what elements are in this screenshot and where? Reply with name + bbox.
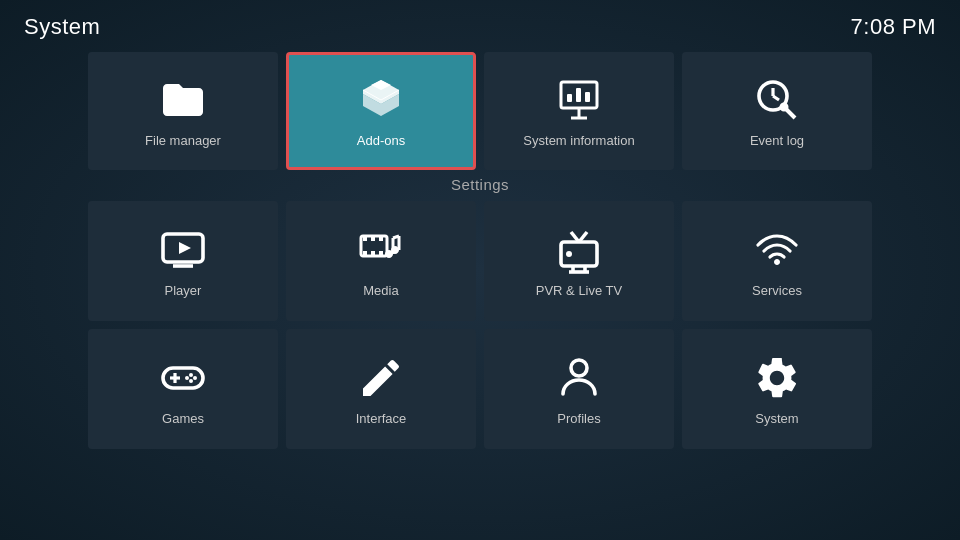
tile-system-information-label: System information (523, 133, 634, 148)
tile-add-ons-label: Add-ons (357, 133, 405, 148)
svg-rect-3 (567, 94, 572, 102)
tile-profiles[interactable]: Profiles (484, 329, 674, 449)
tile-games[interactable]: Games (88, 329, 278, 449)
tile-media-label: Media (363, 283, 398, 298)
svg-rect-15 (363, 236, 367, 241)
svg-point-34 (189, 379, 193, 383)
tile-system-information[interactable]: System information (484, 52, 674, 170)
clock: 7:08 PM (851, 14, 936, 40)
settings-row-2: Games Interface Profiles (0, 329, 960, 449)
tile-add-ons[interactable]: Add-ons (286, 52, 476, 170)
settings-section-label: Settings (0, 176, 960, 193)
page-wrapper: System 7:08 PM File manager (0, 0, 960, 540)
pvr-icon (554, 225, 604, 275)
profiles-icon (554, 353, 604, 403)
interface-icon (356, 353, 406, 403)
addons-icon (356, 75, 406, 125)
svg-point-32 (189, 373, 193, 377)
svg-rect-19 (371, 251, 375, 256)
eventlog-icon (752, 75, 802, 125)
media-icon (356, 225, 406, 275)
tile-interface-label: Interface (356, 411, 407, 426)
tile-services-label: Services (752, 283, 802, 298)
svg-point-36 (571, 360, 587, 376)
folder-icon (158, 75, 208, 125)
tile-pvr-live-tv-label: PVR & Live TV (536, 283, 622, 298)
svg-point-28 (566, 251, 572, 257)
games-icon (158, 353, 208, 403)
svg-point-35 (185, 376, 189, 380)
tile-event-log[interactable]: Event log (682, 52, 872, 170)
system-icon (752, 353, 802, 403)
tile-event-log-label: Event log (750, 133, 804, 148)
sysinfo-icon (554, 75, 604, 125)
svg-rect-20 (379, 251, 383, 256)
svg-marker-12 (179, 242, 191, 254)
svg-line-8 (773, 96, 779, 100)
tile-system[interactable]: System (682, 329, 872, 449)
services-icon (752, 225, 802, 275)
page-title: System (24, 14, 100, 40)
tile-media[interactable]: Media (286, 201, 476, 321)
svg-line-21 (393, 236, 399, 238)
settings-row-1: Player (0, 201, 960, 321)
svg-rect-16 (371, 236, 375, 241)
svg-rect-17 (379, 236, 383, 241)
tile-file-manager[interactable]: File manager (88, 52, 278, 170)
tile-games-label: Games (162, 411, 204, 426)
header: System 7:08 PM (0, 0, 960, 48)
svg-line-9 (783, 106, 795, 118)
tile-pvr-live-tv[interactable]: PVR & Live TV (484, 201, 674, 321)
tile-player-label: Player (165, 283, 202, 298)
tile-services[interactable]: Services (682, 201, 872, 321)
player-icon (158, 225, 208, 275)
svg-rect-4 (576, 88, 581, 102)
svg-rect-5 (585, 92, 590, 102)
tile-player[interactable]: Player (88, 201, 278, 321)
svg-rect-18 (363, 251, 367, 256)
tile-system-label: System (755, 411, 798, 426)
tile-profiles-label: Profiles (557, 411, 600, 426)
top-row: File manager Add-ons (0, 52, 960, 170)
svg-point-33 (193, 376, 197, 380)
tile-file-manager-label: File manager (145, 133, 221, 148)
tile-interface[interactable]: Interface (286, 329, 476, 449)
